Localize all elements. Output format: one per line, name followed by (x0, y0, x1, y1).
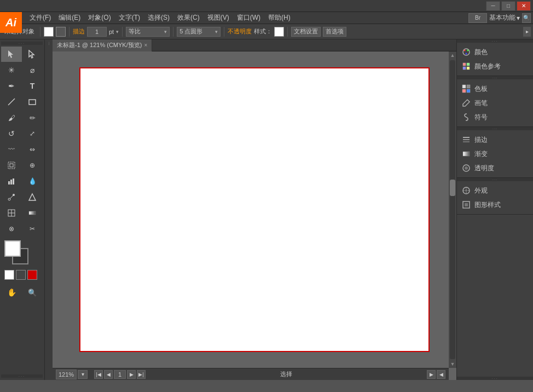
warp-tool[interactable]: 〰 (1, 142, 22, 157)
menu-help[interactable]: 帮助(H) (265, 12, 294, 24)
blend-tool[interactable] (1, 189, 22, 205)
panel-item-gradient[interactable]: 渐变 (457, 147, 533, 161)
page-prev-btn[interactable]: ◀ (104, 370, 113, 379)
panel-item-symbols[interactable]: 符号 (457, 110, 533, 124)
menu-window[interactable]: 窗口(W) (234, 12, 264, 24)
scale-tool[interactable]: ⤢ (22, 126, 43, 141)
menu-object[interactable]: 对象(O) (85, 12, 114, 24)
menu-select[interactable]: 选择(S) (144, 12, 173, 24)
gray-swatch[interactable] (16, 270, 26, 280)
menu-view[interactable]: 视图(V) (204, 12, 233, 24)
tool-row-7: 〰 ⇔ (1, 142, 43, 157)
red-swatch[interactable] (27, 270, 37, 280)
canvas-nav-arrows: ▶ ◀ (427, 370, 445, 379)
opacity-label[interactable]: 不透明度 (228, 27, 252, 36)
mesh-tool[interactable] (1, 205, 22, 221)
brush-selector[interactable]: 5 点圆形 ▾ (177, 27, 221, 37)
scroll-down-btn[interactable]: ▼ (450, 360, 455, 368)
panel-collapse-bottom[interactable]: ··· (457, 377, 533, 380)
page-next-btn[interactable]: ▶ (127, 370, 136, 379)
live-paint-tool[interactable] (22, 189, 43, 205)
page-last-btn[interactable]: ▶| (137, 370, 146, 379)
scroll-thumb[interactable] (450, 180, 455, 196)
toolbar-collapse-top[interactable]: ··· (1, 42, 43, 45)
stroke-color-swatch[interactable] (56, 27, 66, 37)
minimize-button[interactable]: ─ (486, 1, 500, 11)
pencil-tool[interactable]: ✏ (22, 110, 43, 125)
panel-item-stroke[interactable]: 描边 (457, 132, 533, 147)
panel-item-brushes[interactable]: 画笔 (457, 96, 533, 110)
separator-3 (122, 27, 123, 37)
panel-item-graphic-styles[interactable]: 图形样式 (457, 198, 533, 212)
rect-tool[interactable] (22, 94, 43, 109)
gradient-panel-label: 渐变 (474, 149, 488, 159)
svg-rect-5 (10, 164, 13, 167)
menu-edit[interactable]: 编辑(E) (55, 12, 84, 24)
page-first-btn[interactable]: |◀ (94, 370, 103, 379)
svg-point-19 (467, 50, 469, 51)
direct-select-tool[interactable] (22, 47, 43, 62)
panel-item-color-ref[interactable]: 颜色参考 (457, 59, 533, 73)
select-tool[interactable] (1, 47, 22, 62)
zoom-down-btn[interactable]: ▾ (78, 370, 88, 379)
graphic-styles-icon (461, 200, 471, 210)
canvas-viewport[interactable] (53, 51, 456, 368)
bridge-button[interactable]: Br (468, 13, 487, 23)
column-chart-tool[interactable] (1, 174, 22, 189)
line-style-selector[interactable]: 等比 ▾ (126, 27, 170, 37)
tool-row-11 (1, 205, 43, 221)
scissors-tool[interactable]: ✂ (22, 221, 43, 237)
canvas-nav-left[interactable]: ◀ (437, 370, 445, 379)
tool-row-5: 🖌 ✏ (1, 110, 43, 125)
first-option-button[interactable]: 首选项 (323, 27, 346, 37)
maximize-button[interactable]: □ (501, 1, 515, 11)
line-style-value: 等比 (129, 27, 141, 36)
svg-rect-8 (13, 178, 14, 185)
doc-settings-button[interactable]: 文档设置 (291, 27, 321, 37)
paintbrush-tool[interactable]: 🖌 (1, 110, 22, 125)
stroke-width-input[interactable] (87, 27, 107, 37)
scroll-up-btn[interactable]: ▲ (450, 51, 455, 59)
panel-item-swatches[interactable]: 色板 (457, 82, 533, 96)
pen-tool[interactable]: ✒ (1, 78, 22, 94)
tool-row-10 (1, 189, 43, 205)
fill-color-swatch[interactable] (44, 27, 54, 37)
panel-item-transparency[interactable]: 透明度 (457, 161, 533, 175)
zoom-value[interactable]: 121% (56, 370, 77, 379)
panel-item-color[interactable]: 颜色 (457, 45, 533, 59)
symbol-tool[interactable]: ⊕ (22, 158, 43, 173)
panel-section-appearance: 外观 图形样式 (457, 181, 533, 215)
lasso-tool[interactable]: ⌀ (22, 62, 43, 78)
magic-wand-tool[interactable]: ✳ (1, 62, 22, 78)
toolbar-options-button[interactable]: ▸ (523, 27, 531, 37)
panel-item-appearance[interactable]: 外观 (457, 183, 533, 198)
gradient-tool[interactable] (22, 205, 43, 221)
canvas-tab-close[interactable]: × (144, 42, 147, 48)
stroke-label[interactable]: 描边 (73, 27, 85, 36)
search-button[interactable]: 🔍 (522, 13, 531, 23)
canvas-tab-1[interactable]: 未标题-1 @ 121% (CMYK/预览) × (53, 39, 152, 51)
menu-effect[interactable]: 效果(C) (174, 12, 203, 24)
page-number-input[interactable]: 1 (114, 370, 126, 379)
hand-tool[interactable]: ✋ (1, 285, 22, 300)
workspace-selector[interactable]: 基本功能 ▾ (489, 13, 520, 22)
white-swatch[interactable] (4, 270, 14, 280)
tool-row-4 (1, 94, 43, 109)
width-tool[interactable]: ⇔ (22, 142, 43, 157)
eyedropper-tool[interactable]: 💧 (22, 174, 43, 189)
menu-type[interactable]: 文字(T) (115, 12, 143, 24)
zoom-tool[interactable]: 🔍 (22, 285, 43, 300)
canvas-scrollbar-right[interactable]: ▲ ▼ (449, 51, 456, 368)
status-text: 选择 (148, 370, 425, 378)
menu-file[interactable]: 文件(F) (26, 12, 54, 24)
type-tool[interactable]: T (22, 78, 43, 94)
style-color-swatch[interactable] (274, 27, 284, 37)
line-tool[interactable] (1, 94, 22, 109)
foreground-color-box[interactable] (4, 240, 21, 257)
free-transform-tool[interactable] (1, 158, 22, 173)
canvas-nav-right[interactable]: ▶ (427, 370, 436, 379)
shape-builder-tool[interactable]: ⊗ (1, 221, 22, 237)
rotate-tool[interactable]: ↺ (1, 126, 22, 141)
toolbar-collapse-bottom[interactable]: ··· (1, 374, 43, 378)
close-button[interactable]: ✕ (517, 1, 531, 11)
